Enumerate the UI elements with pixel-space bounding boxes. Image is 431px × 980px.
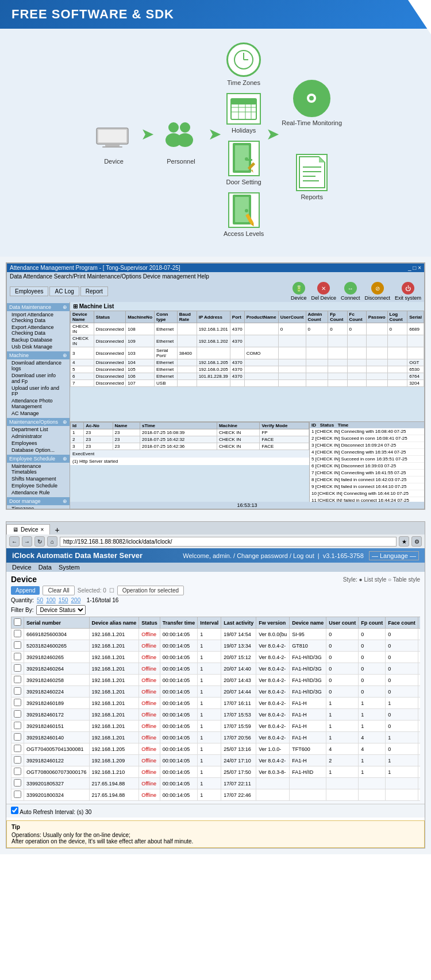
btn-connect[interactable]: ↔ Connect bbox=[341, 282, 360, 301]
sidebar-attrrule[interactable]: Attendance Rule bbox=[7, 489, 70, 496]
select-all-checkbox[interactable] bbox=[14, 618, 21, 626]
row-checkbox[interactable] bbox=[14, 756, 21, 764]
table-cell: 106 bbox=[126, 373, 155, 380]
filter-select[interactable]: Device Status bbox=[36, 605, 86, 615]
log-cell: 2018-07-25 16:42:32 bbox=[140, 436, 217, 443]
table-cell: 4370 bbox=[230, 366, 244, 373]
cell-transfer: 00:00:14:05 bbox=[160, 721, 198, 732]
table-cell bbox=[244, 380, 278, 387]
sw-sidebar: Data Maintenance⊕ Import Attendance Chec… bbox=[7, 302, 70, 509]
col-usercount: UserCount bbox=[278, 311, 306, 323]
language-selector[interactable]: — Language — bbox=[369, 551, 419, 560]
sidebar-admin[interactable]: Administrator bbox=[7, 433, 70, 440]
log-cell: 23 bbox=[84, 429, 113, 436]
bookmark-button[interactable]: ★ bbox=[399, 536, 409, 547]
sidebar-usb[interactable]: Usb Disk Manage bbox=[7, 343, 70, 350]
device-table-row: 3929182460224192.168.1.201Offline00:00:1… bbox=[11, 686, 421, 698]
sidebar-esched[interactable]: Employee Schedule bbox=[7, 482, 70, 489]
cell-interval: 1 bbox=[198, 686, 221, 698]
nav-device[interactable]: Device bbox=[12, 564, 32, 571]
door-label: Door Setting bbox=[226, 179, 261, 185]
cell-fw: Ver 8.0.4-2- bbox=[256, 663, 290, 675]
table-cell bbox=[306, 359, 328, 366]
btn-del-device[interactable]: ✕ Del Device bbox=[311, 282, 336, 301]
sidebar-section-sched: Employee Schedule⊕ bbox=[7, 455, 70, 463]
add-tab-button[interactable]: + bbox=[50, 525, 64, 534]
access-label: Access Levels bbox=[224, 230, 264, 237]
btn-disconnect[interactable]: ⊘ Disconnect bbox=[364, 282, 390, 301]
row-checkbox[interactable] bbox=[14, 664, 21, 672]
cell-last: 17/07 22:46 bbox=[221, 789, 256, 801]
qty-200[interactable]: 200 bbox=[71, 597, 81, 603]
nav-data[interactable]: Data bbox=[39, 564, 52, 571]
row-checkbox[interactable] bbox=[14, 791, 21, 798]
append-button[interactable]: Append bbox=[11, 586, 40, 595]
sidebar-dl-logs[interactable]: Download attendance logs bbox=[7, 359, 70, 372]
cell-status: Offline bbox=[139, 675, 160, 686]
row-checkbox[interactable] bbox=[14, 745, 21, 752]
tab-aclog[interactable]: AC Log bbox=[49, 286, 79, 296]
sidebar-dl-user[interactable]: Download user info and Fp bbox=[7, 372, 70, 385]
cell-serial: 3399201800324 bbox=[24, 789, 90, 801]
row-checkbox[interactable] bbox=[14, 768, 21, 775]
col-passwo: Passwo bbox=[366, 311, 387, 323]
sidebar-ac[interactable]: AC Manage bbox=[7, 410, 70, 417]
qty-100[interactable]: 100 bbox=[46, 597, 56, 603]
operation-button[interactable]: Operation for selected bbox=[117, 586, 184, 595]
row-checkbox[interactable] bbox=[14, 710, 21, 718]
reload-button[interactable]: ↻ bbox=[34, 536, 45, 547]
cell-last: 24/07 17:10 bbox=[221, 755, 256, 766]
auto-refresh-checkbox[interactable] bbox=[11, 807, 18, 814]
sidebar-timezone[interactable]: Timezone bbox=[7, 505, 70, 509]
cell-last: 19/07 13:34 bbox=[221, 640, 256, 652]
row-checkbox[interactable] bbox=[14, 630, 21, 637]
row-checkbox[interactable] bbox=[14, 779, 21, 787]
table-cell: 104 bbox=[126, 359, 155, 366]
tab-report[interactable]: Report bbox=[80, 286, 108, 296]
row-checkbox[interactable] bbox=[14, 733, 21, 741]
settings-button[interactable]: ⚙ bbox=[411, 536, 422, 547]
nav-system[interactable]: System bbox=[59, 564, 80, 571]
row-checkbox[interactable] bbox=[14, 676, 21, 683]
row-checkbox[interactable] bbox=[14, 722, 21, 729]
btn-device[interactable]: 🔋 Device bbox=[291, 282, 307, 301]
page-info: 1-16/total 16 bbox=[83, 597, 118, 603]
tab-close[interactable]: × bbox=[41, 526, 44, 533]
cell-transfer: 00:00:14:05 bbox=[160, 629, 198, 640]
url-bar[interactable] bbox=[60, 537, 397, 547]
row-checkbox[interactable] bbox=[14, 687, 21, 695]
table-cell bbox=[278, 373, 306, 380]
browser-tabs: 🖥 Device × + bbox=[6, 522, 425, 534]
table-cell: 3 bbox=[71, 347, 94, 359]
table-cell bbox=[177, 335, 197, 347]
btn-exit[interactable]: ⏻ Exit system bbox=[395, 282, 421, 301]
browser-tab-active[interactable]: 🖥 Device × bbox=[6, 524, 50, 534]
auto-refresh-label[interactable]: Auto Refresh Interval: (s) 30 bbox=[11, 809, 91, 815]
table-cell bbox=[306, 335, 328, 347]
row-checkbox[interactable] bbox=[14, 699, 21, 706]
sidebar-dept[interactable]: Department List bbox=[7, 426, 70, 433]
back-button[interactable]: ← bbox=[9, 536, 20, 547]
sidebar-backup[interactable]: Backup Database bbox=[7, 336, 70, 343]
sidebar-shifts[interactable]: Shifts Management bbox=[7, 475, 70, 482]
forward-button[interactable]: → bbox=[22, 536, 32, 547]
sidebar-dbopt[interactable]: Database Option... bbox=[7, 447, 70, 454]
qty-150[interactable]: 150 bbox=[59, 597, 68, 603]
log-cell: 23 bbox=[84, 443, 113, 450]
sidebar-photo[interactable]: Attendance Photo Management bbox=[7, 397, 70, 410]
sidebar-timetables[interactable]: Maintenance Timetables bbox=[7, 463, 70, 475]
sidebar-export[interactable]: Export Attendance Checking Data bbox=[7, 324, 70, 336]
home-button[interactable]: ⌂ bbox=[47, 536, 57, 547]
sidebar-import[interactable]: Import Attendance Checking Data bbox=[7, 311, 70, 324]
clear-all-button[interactable]: Clear All bbox=[43, 586, 74, 595]
qty-50[interactable]: 50 bbox=[37, 597, 43, 603]
sidebar-ul-user[interactable]: Upload user info and FP bbox=[7, 385, 70, 397]
sidebar-empl[interactable]: Employees bbox=[7, 440, 70, 447]
th-serial: Serial number bbox=[24, 617, 90, 629]
row-checkbox[interactable] bbox=[14, 641, 21, 649]
cell-interval: 1 bbox=[198, 640, 221, 652]
row-checkbox[interactable] bbox=[14, 653, 21, 660]
tab-employees[interactable]: Employees bbox=[10, 286, 48, 296]
cell-devname: FA1-H bbox=[290, 755, 326, 766]
cell-transfer: 00:00:14:05 bbox=[160, 663, 198, 675]
